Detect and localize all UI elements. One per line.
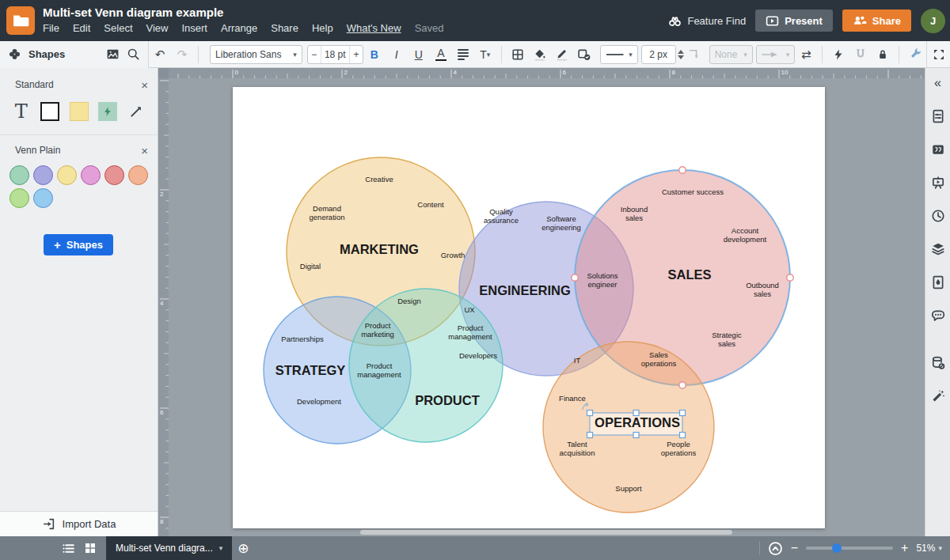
venn-circle-shape[interactable] [104, 165, 124, 185]
add-page-button[interactable]: ⊕ [232, 536, 254, 560]
redo-button[interactable]: ↷ [173, 44, 192, 65]
swap-connection-button[interactable]: ⇄ [796, 44, 815, 65]
circle-selection-handle[interactable] [787, 274, 793, 281]
lock-button[interactable] [873, 44, 892, 65]
venn-label[interactable]: Digital [300, 262, 321, 271]
menu-arrange[interactable]: Arrange [221, 22, 257, 34]
zoom-level[interactable]: 51% ▾ [916, 543, 942, 554]
share-button[interactable]: Share [842, 9, 911, 32]
venn-label[interactable]: PRODUCT [415, 393, 480, 407]
venn-label[interactable]: Design [397, 297, 421, 305]
menu-view[interactable]: View [146, 22, 169, 34]
bold-button[interactable]: B [365, 44, 384, 65]
venn-section-header[interactable]: Venn Plain × [0, 140, 158, 161]
fullscreen-button[interactable] [926, 41, 950, 68]
quick-actions-button[interactable] [829, 44, 848, 65]
horizontal-scrollbar[interactable] [360, 530, 732, 535]
venn-label[interactable]: Demandgeneration [310, 204, 345, 221]
add-shapes-button[interactable]: + Shapes [44, 234, 113, 255]
venn-circle-shape[interactable] [128, 165, 148, 185]
data-linking-button[interactable] [928, 353, 948, 373]
venn-label[interactable]: Content [417, 200, 444, 209]
text-color-button[interactable]: A [431, 44, 450, 65]
line-width-field[interactable]: 2 px [641, 45, 676, 64]
venn-label[interactable]: Developers [459, 351, 497, 360]
font-size-value[interactable]: 18 pt [321, 46, 349, 63]
venn-label[interactable]: OPERATIONS [595, 415, 680, 429]
zoom-out-button[interactable]: − [791, 542, 798, 554]
line-color-button[interactable] [553, 44, 572, 65]
text-selection-handle[interactable] [587, 433, 593, 438]
rectangle-shape[interactable] [40, 101, 59, 122]
venn-label[interactable]: Growth [441, 251, 466, 259]
venn-circle-shape[interactable] [10, 165, 29, 185]
venn-label[interactable]: Productmarketing [361, 321, 394, 339]
present-button[interactable]: Present [755, 9, 833, 32]
slides-button[interactable] [928, 172, 948, 193]
shape-style-button[interactable] [575, 44, 594, 65]
zoom-slider-thumb[interactable] [832, 543, 842, 553]
canvas-area[interactable]: 0246810 2468 CreativeContentDemandgenera… [158, 68, 925, 536]
page-tab[interactable]: Multi-set Venn diagra... ▾ [106, 536, 232, 560]
search-icon[interactable] [127, 47, 140, 61]
collapse-dock-button[interactable]: « [928, 73, 948, 93]
text-selection-handle[interactable] [680, 411, 686, 416]
tools-button[interactable] [906, 44, 925, 65]
font-size-decrease-button[interactable]: − [308, 46, 321, 63]
venn-label[interactable]: STRATEGY [276, 363, 346, 377]
page-grid-button[interactable] [79, 536, 101, 560]
import-data-button[interactable]: Import Data [0, 511, 158, 536]
venn-label[interactable]: Solutionsengineer [587, 271, 618, 289]
line-style-select[interactable]: ▾ [600, 45, 638, 64]
arrowhead-select[interactable]: ▾ [756, 45, 795, 64]
styles-button[interactable] [928, 272, 948, 293]
sticky-note-shape[interactable] [69, 101, 89, 122]
font-size-increase-button[interactable]: + [349, 46, 363, 63]
circle-selection-handle[interactable] [572, 274, 578, 281]
close-icon[interactable]: × [141, 144, 148, 157]
menu-insert[interactable]: Insert [181, 22, 207, 34]
notes-button[interactable] [928, 139, 948, 160]
arrow-shape[interactable] [127, 101, 146, 122]
menu-share[interactable]: Share [271, 22, 298, 34]
italic-button[interactable]: I [387, 44, 406, 65]
connector-type-button[interactable] [686, 44, 705, 65]
venn-label[interactable]: UX [464, 305, 475, 314]
comments-button[interactable] [928, 305, 948, 326]
text-selection-handle[interactable] [633, 433, 639, 438]
venn-label[interactable]: Creative [365, 175, 393, 184]
text-align-button[interactable] [454, 44, 473, 65]
venn-label[interactable]: MARKETING [340, 242, 419, 256]
venn-label[interactable]: Support [615, 484, 642, 493]
venn-circle-shape[interactable] [81, 165, 101, 185]
venn-label[interactable]: Softwareengineering [542, 214, 581, 232]
document-page[interactable]: CreativeContentDemandgenerationMARKETING… [233, 87, 825, 528]
venn-label[interactable]: Customer success [662, 187, 724, 196]
text-style-button[interactable]: T▾ [476, 44, 495, 65]
smart-shape[interactable] [97, 101, 117, 122]
snap-button[interactable] [851, 44, 870, 65]
menu-file[interactable]: File [43, 22, 59, 34]
menu-edit[interactable]: Edit [73, 22, 90, 34]
venn-label[interactable]: IT [574, 356, 581, 365]
text-selection-handle[interactable] [633, 411, 639, 416]
venn-circle-shape[interactable] [10, 188, 29, 208]
text-selection-handle[interactable] [587, 411, 593, 416]
menu-whats-new[interactable]: What's New [347, 22, 401, 34]
fit-to-screen-icon[interactable] [768, 541, 783, 556]
venn-label[interactable]: Finance [559, 394, 586, 403]
venn-label[interactable]: Development [297, 397, 341, 406]
layers-button[interactable] [928, 239, 948, 259]
line-width-stepper[interactable] [678, 50, 684, 59]
image-icon[interactable] [106, 47, 120, 61]
standard-section-header[interactable]: Standard × [0, 74, 158, 95]
menu-select[interactable]: Select [104, 22, 132, 34]
venn-circle-shape[interactable] [33, 165, 53, 185]
text-shape[interactable]: T [11, 101, 31, 122]
text-selection-handle[interactable] [680, 433, 686, 438]
venn-label[interactable]: ENGINEERING [479, 283, 571, 297]
table-button[interactable] [508, 44, 527, 65]
venn-label[interactable]: Partnerships [281, 335, 324, 343]
circle-selection-handle[interactable] [679, 382, 686, 388]
app-logo[interactable] [6, 6, 35, 35]
